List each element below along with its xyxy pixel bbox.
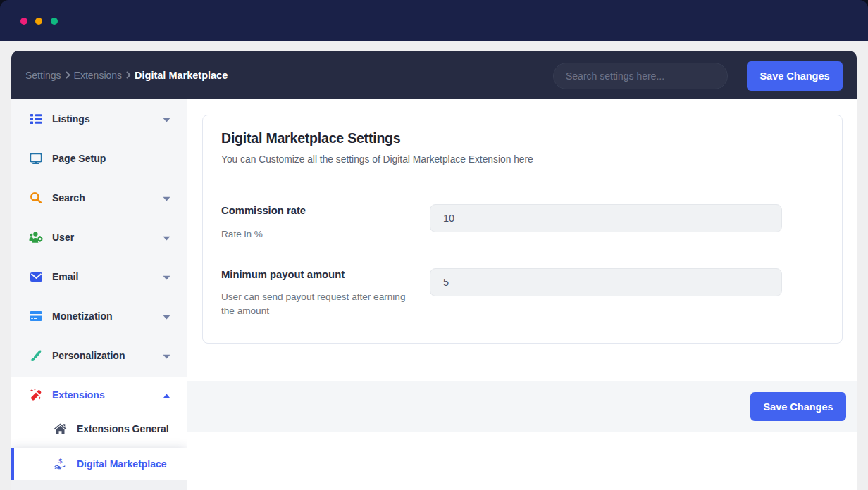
svg-text:$: $: [58, 457, 63, 465]
